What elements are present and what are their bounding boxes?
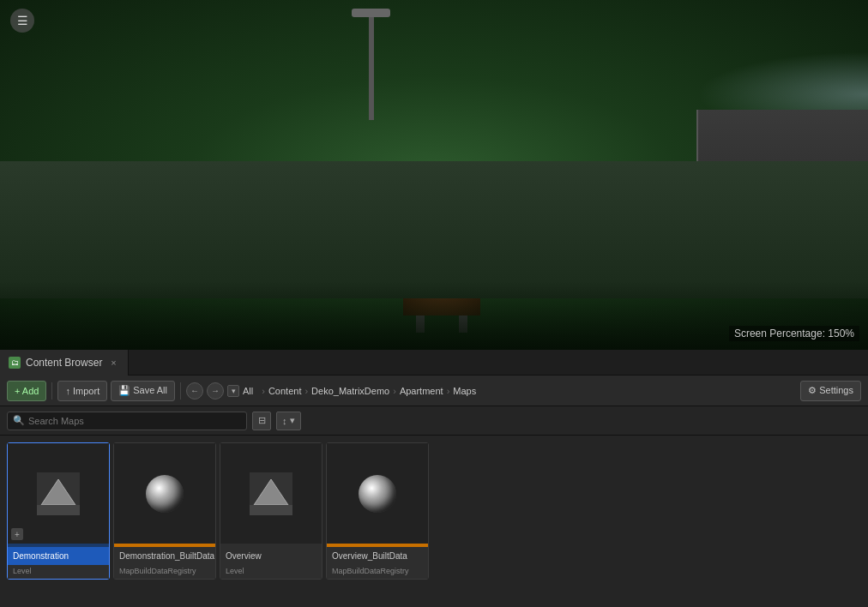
asset-name-demonstration-builtdata: Demonstration_BuiltData [114,547,215,565]
svg-rect-7 [250,505,292,515]
toolbar: + Add ↑ Import 💾 Save All ← → ▾ All › Co… [0,376,868,406]
tab-bar: 🗂 Content Browser × [0,350,868,376]
breadcrumb-sep-1: › [304,386,308,396]
mapbuild-icon [139,468,190,520]
content-browser-panel: 🗂 Content Browser × + Add ↑ Import 💾 Sav… [0,350,868,607]
asset-name-overview-builtdata: Overview_BuiltData [327,547,428,565]
menu-button[interactable]: ☰ [10,9,34,33]
asset-card-demonstration-builtdata[interactable]: Demonstration_BuiltDataMapBuildDataRegis… [113,442,216,580]
asset-card-overview[interactable]: OverviewLevel [220,442,322,580]
view-options-button[interactable]: ⊟ [252,412,271,430]
search-input[interactable] [28,416,241,426]
viewport-canvas: Screen Percentage: 150% [0,0,868,350]
search-icon: 🔍 [13,415,25,426]
scene-desk [0,161,868,298]
breadcrumb-deko[interactable]: Deko_MatrixDemo [311,386,389,396]
content-browser-tab-label: Content Browser [26,357,102,369]
asset-add-icon-demonstration: + [11,528,23,540]
asset-type-overview-builtdata: MapBuildDataRegistry [327,565,428,579]
save-all-button[interactable]: 💾 Save All [111,381,175,401]
folder-dropdown-button[interactable]: ▾ [227,385,239,397]
toolbar-separator-2 [180,382,181,400]
import-button[interactable]: ↑ Import [57,381,107,401]
level-icon [245,468,297,520]
asset-card-overview-builtdata[interactable]: Overview_BuiltDataMapBuildDataRegistry [326,442,429,580]
content-browser-tab[interactable]: 🗂 Content Browser × [0,350,129,376]
asset-type-demonstration-builtdata: MapBuildDataRegistry [114,565,215,579]
asset-grid: +DemonstrationLevelDemonstration_BuiltDa… [0,436,868,607]
toolbar-separator-1 [51,382,52,400]
breadcrumb-sep-0: › [262,386,265,396]
sort-icon: ↕ [282,416,287,426]
asset-thumb-overview [220,443,322,544]
asset-thumb-demonstration-builtdata [114,443,215,544]
asset-name-demonstration: Demonstration [8,547,109,565]
asset-thumb-overview-builtdata [327,443,428,544]
content-browser-tab-icon: 🗂 [9,357,21,369]
scene-lamp [369,17,374,120]
settings-button[interactable]: ⚙ Settings [800,381,861,401]
search-bar: 🔍 ⊟ ↕ ▾ [0,406,868,436]
nav-forward-button[interactable]: → [207,382,224,400]
asset-name-overview: Overview [220,547,322,565]
breadcrumb-sep-2: › [393,386,396,396]
nav-back-button[interactable]: ← [186,382,203,400]
sort-button[interactable]: ↕ ▾ [276,412,301,430]
breadcrumb-sep-3: › [447,386,450,396]
sort-chevron: ▾ [290,415,295,426]
screen-percentage-label: Screen Percentage: 150% [729,326,859,341]
search-input-wrap: 🔍 [7,412,247,430]
asset-thumb-demonstration: + [8,443,109,544]
asset-card-demonstration[interactable]: +DemonstrationLevel [7,442,110,580]
asset-type-demonstration: Level [8,565,109,579]
tab-close-button[interactable]: × [107,357,119,369]
breadcrumb-content[interactable]: Content [268,386,302,396]
svg-rect-3 [37,505,80,515]
add-button[interactable]: + Add [7,381,46,401]
breadcrumb-all[interactable]: All [243,386,253,396]
breadcrumb-area: › Content › Deko_MatrixDemo › Apartment … [262,386,797,396]
asset-type-overview: Level [220,565,322,579]
mapbuild-icon [352,468,403,520]
viewport: Screen Percentage: 150% ☰ [0,0,868,350]
breadcrumb-apartment[interactable]: Apartment [400,386,443,396]
breadcrumb-maps[interactable]: Maps [453,386,476,396]
level-icon [33,468,84,520]
